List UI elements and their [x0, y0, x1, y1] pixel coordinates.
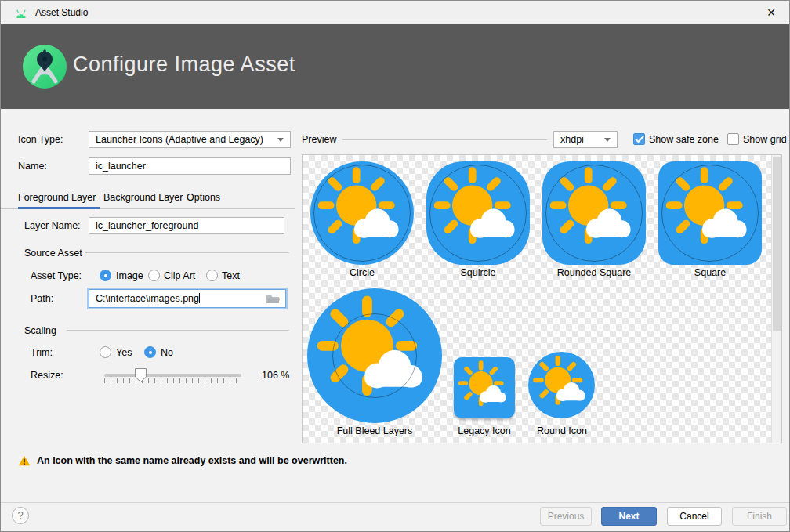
icon-type-dropdown[interactable]: Launcher Icons (Adaptive and Legacy) — [89, 131, 291, 148]
preview-icon-legacy — [454, 357, 515, 418]
source-asset-divider — [85, 252, 289, 253]
preview-icon-round — [528, 352, 595, 418]
window-title: Asset Studio — [35, 7, 88, 18]
preview-label-rounded-square: Rounded Square — [542, 266, 646, 279]
resize-label: Resize: — [31, 367, 63, 384]
asset-studio-dialog: Asset Studio ✕ Configure Image Asset — [0, 0, 790, 532]
path-input[interactable]: C:\interface\images.png — [89, 289, 286, 308]
tab-background-layer[interactable]: Background Layer — [103, 189, 183, 206]
asset-type-label: Asset Type: — [31, 267, 82, 284]
next-button[interactable]: Next — [601, 507, 657, 526]
tab-options[interactable]: Options — [187, 189, 220, 206]
android-studio-logo-icon — [23, 45, 67, 92]
preview-label-square: Square — [658, 266, 762, 279]
icon-type-label: Icon Type: — [18, 131, 63, 148]
help-icon[interactable]: ? — [12, 507, 29, 524]
layer-name-label: Layer Name: — [24, 217, 81, 234]
radio-text[interactable] — [206, 270, 218, 281]
icon-type-value: Launcher Icons (Adaptive and Legacy) — [96, 134, 263, 145]
preview-icon-square — [658, 161, 762, 265]
preview-icon-full-bleed — [307, 288, 442, 423]
chevron-down-icon — [277, 138, 284, 142]
warning-icon — [18, 455, 31, 469]
title-bar: Asset Studio ✕ — [1, 1, 789, 24]
tab-foreground-layer[interactable]: Foreground Layer — [18, 189, 96, 206]
show-safe-zone-checkbox[interactable] — [633, 133, 645, 145]
scaling-section-label: Scaling — [24, 322, 56, 339]
radio-trim-no-label[interactable]: No — [161, 344, 173, 361]
preview-section-label: Preview — [302, 131, 336, 148]
path-label: Path: — [31, 290, 53, 307]
previous-button[interactable]: Previous — [540, 507, 592, 526]
resize-slider-thumb[interactable] — [134, 367, 147, 386]
preview-scrollbar[interactable] — [771, 155, 782, 443]
preview-label-round: Round Icon — [506, 425, 618, 437]
preview-label-circle: Circle — [310, 266, 414, 279]
radio-image[interactable] — [100, 270, 111, 281]
resize-slider-track[interactable] — [104, 374, 241, 377]
layer-name-input[interactable]: ic_launcher_foreground — [89, 217, 284, 234]
cancel-button[interactable]: Cancel — [667, 507, 722, 526]
page-title: Configure Image Asset — [73, 52, 295, 77]
scaling-divider — [67, 330, 289, 331]
trim-label: Trim: — [31, 344, 53, 361]
preview-divider — [342, 139, 547, 140]
show-grid-checkbox[interactable] — [727, 133, 739, 145]
preview-scrollbar-thumb[interactable] — [773, 157, 781, 331]
density-dropdown[interactable]: xhdpi — [553, 131, 618, 148]
close-icon[interactable]: ✕ — [759, 3, 783, 22]
radio-trim-yes[interactable] — [100, 346, 111, 358]
preview-icon-squircle — [426, 161, 530, 265]
radio-clip-art-label[interactable]: Clip Art — [164, 267, 195, 284]
check-icon — [635, 136, 644, 143]
footer-divider — [1, 502, 789, 503]
warning-message: An icon with the same name already exist… — [37, 455, 347, 466]
radio-trim-yes-label[interactable]: Yes — [116, 344, 132, 361]
chevron-down-icon — [604, 138, 611, 142]
name-label: Name: — [18, 157, 47, 175]
resize-value: 106 % — [262, 367, 289, 384]
radio-clip-art[interactable] — [148, 270, 160, 281]
text-caret — [199, 293, 200, 303]
header-banner: Configure Image Asset — [1, 24, 789, 109]
source-asset-section-label: Source Asset — [24, 244, 82, 262]
density-value: xhdpi — [560, 134, 584, 145]
radio-trim-no[interactable] — [144, 346, 156, 358]
preview-label-squircle: Squircle — [426, 266, 530, 279]
name-input[interactable]: ic_launcher — [89, 157, 291, 175]
active-tab-indicator — [18, 207, 100, 209]
resize-slider-ticks — [104, 378, 242, 383]
preview-icon-circle — [310, 161, 414, 265]
finish-button[interactable]: Finish — [732, 507, 787, 526]
preview-panel: Circle Squircle Rounded Square Square Fu… — [302, 154, 782, 443]
show-safe-zone-label[interactable]: Show safe zone — [649, 131, 719, 148]
preview-icon-rounded-square — [542, 161, 646, 265]
radio-text-label[interactable]: Text — [222, 267, 240, 284]
show-grid-label[interactable]: Show grid — [743, 131, 787, 148]
browse-folder-icon[interactable] — [266, 293, 281, 307]
radio-image-label[interactable]: Image — [116, 267, 143, 284]
preview-label-full-bleed: Full Bleed Layers — [307, 425, 442, 437]
android-robot-icon — [15, 8, 27, 22]
